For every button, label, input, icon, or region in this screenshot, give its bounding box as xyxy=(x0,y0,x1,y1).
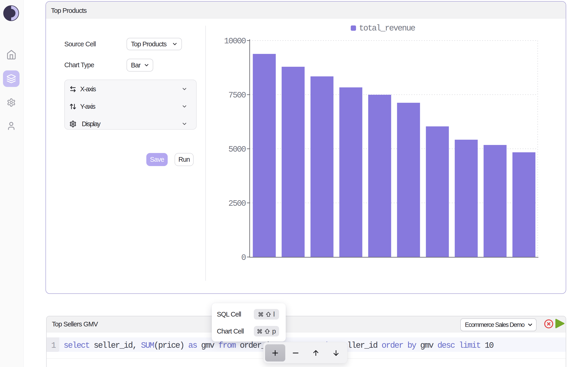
svg-text:5000: 5000 xyxy=(228,145,246,154)
svg-text:2500: 2500 xyxy=(228,199,246,208)
svg-text:0: 0 xyxy=(241,253,246,262)
svg-text:10000: 10000 xyxy=(224,36,246,46)
svg-text:7500: 7500 xyxy=(228,91,246,100)
svg-text:total_revenue: total_revenue xyxy=(359,24,415,33)
